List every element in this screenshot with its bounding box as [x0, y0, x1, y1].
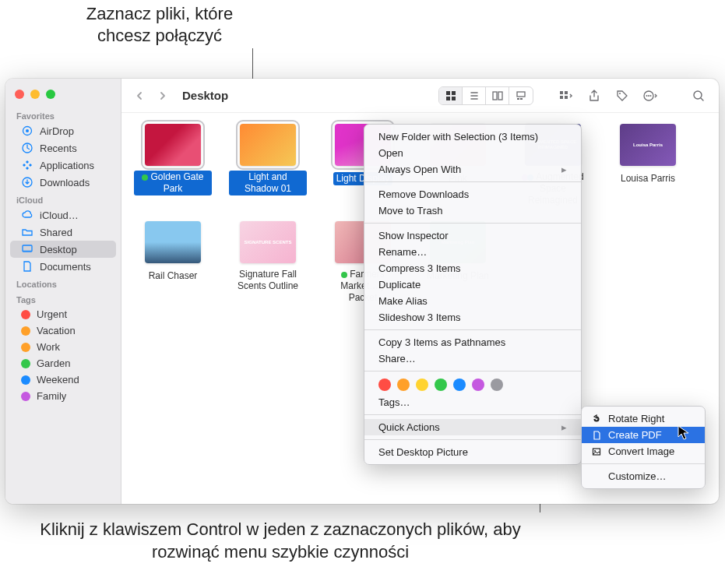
- svg-rect-12: [517, 92, 525, 97]
- ctx-inspector[interactable]: Show Inspector: [364, 227, 581, 244]
- sidebar-item-label: Family: [37, 390, 66, 402]
- doc-icon: [591, 430, 602, 441]
- sidebar-item-label: AirDrop: [40, 125, 74, 137]
- ctx-tag-colors: [364, 375, 581, 394]
- tag-color-swatch[interactable]: [472, 379, 484, 391]
- separator: [364, 414, 581, 415]
- sidebar-tag-work[interactable]: Work: [10, 339, 116, 355]
- annotation-bottom: Kliknij z klawiszem Control w jeden z za…: [39, 519, 522, 563]
- view-list[interactable]: [463, 87, 486, 104]
- file-thumbnail: [240, 124, 296, 166]
- svg-rect-11: [498, 92, 502, 100]
- sidebar-item-downloads[interactable]: Downloads: [10, 174, 116, 191]
- ctx-tags[interactable]: Tags…: [364, 394, 581, 410]
- sidebar-item-desktop[interactable]: Desktop: [10, 241, 116, 258]
- sub-customize[interactable]: Customize…: [582, 468, 705, 484]
- back-button[interactable]: [131, 87, 148, 104]
- quick-actions-submenu: Rotate Right Create PDF Convert Image Cu…: [581, 406, 706, 489]
- ctx-duplicate[interactable]: Duplicate: [364, 276, 581, 293]
- svg-point-19: [619, 93, 621, 94]
- file-thumbnail: [145, 124, 201, 166]
- sidebar-item-label: Work: [37, 341, 60, 353]
- forward-button[interactable]: [154, 87, 171, 104]
- sub-convert-image[interactable]: Convert Image: [582, 443, 705, 459]
- ctx-trash[interactable]: Move to Trash: [364, 202, 581, 219]
- sidebar-tag-vacation[interactable]: Vacation: [10, 322, 116, 339]
- clock-icon: [21, 142, 33, 154]
- sidebar-tag-family[interactable]: Family: [10, 388, 116, 404]
- annotation-top: Zaznacz pliki, które chcesz połączyć: [62, 3, 257, 46]
- file-item[interactable]: Light and Shadow 01: [229, 124, 307, 207]
- tags-button[interactable]: [611, 86, 633, 105]
- file-name: Signature Fall Scents Outline: [229, 268, 307, 293]
- sub-rotate-right[interactable]: Rotate Right: [582, 410, 705, 427]
- tag-color-swatch[interactable]: [453, 379, 466, 391]
- svg-rect-16: [565, 91, 568, 94]
- file-item[interactable]: SIGNATURE SCENTS Signature Fall Scents O…: [229, 221, 307, 305]
- zoom-button[interactable]: [46, 90, 55, 99]
- ctx-slideshow[interactable]: Slideshow 3 Items: [364, 309, 581, 326]
- more-button[interactable]: [639, 86, 661, 105]
- sidebar-item-label: Recents: [40, 143, 77, 154]
- ctx-set-desktop[interactable]: Set Desktop Picture: [364, 444, 581, 460]
- file-thumbnail: [145, 221, 201, 263]
- view-columns[interactable]: [486, 87, 509, 104]
- separator: [364, 223, 581, 224]
- separator: [364, 371, 581, 371]
- ctx-quick-actions[interactable]: Quick Actions▸: [364, 419, 581, 435]
- separator: [364, 329, 581, 330]
- tag-dot: [21, 375, 30, 385]
- sidebar-item-icloud[interactable]: iCloud…: [10, 206, 116, 224]
- share-button[interactable]: [583, 86, 605, 105]
- desktop-icon: [21, 243, 33, 255]
- ctx-open-with[interactable]: Always Open With▸: [364, 161, 581, 178]
- ctx-copy-path[interactable]: Copy 3 Items as Pathnames: [364, 334, 581, 350]
- group-button[interactable]: [555, 86, 577, 105]
- separator: [364, 439, 581, 440]
- sub-item-label: Create PDF: [608, 429, 662, 441]
- ctx-new-folder[interactable]: New Folder with Selection (3 Items): [364, 129, 581, 145]
- svg-rect-15: [560, 91, 563, 94]
- svg-point-1: [26, 129, 29, 132]
- sub-item-label: Convert Image: [608, 445, 674, 457]
- ctx-open[interactable]: Open: [364, 145, 581, 161]
- sub-item-label: Rotate Right: [608, 413, 664, 424]
- file-name: Light and Shadow 01: [229, 171, 307, 195]
- sidebar-item-recents[interactable]: Recents: [10, 139, 116, 157]
- ctx-remove-downloads[interactable]: Remove Downloads: [364, 186, 581, 202]
- tag-color-swatch[interactable]: [435, 379, 447, 391]
- tag-color-swatch[interactable]: [491, 379, 503, 391]
- file-name: Louisa Parris: [618, 172, 678, 185]
- image-icon: [591, 446, 602, 457]
- search-button[interactable]: [688, 86, 709, 105]
- ctx-share[interactable]: Share…: [364, 350, 581, 367]
- file-item[interactable]: Rail Chaser: [134, 221, 212, 305]
- minimize-button[interactable]: [30, 90, 40, 99]
- svg-rect-13: [517, 98, 519, 100]
- view-gallery[interactable]: [509, 87, 533, 104]
- sidebar-item-applications[interactable]: Applications: [10, 157, 116, 174]
- svg-point-23: [650, 95, 652, 97]
- tag-color-swatch[interactable]: [378, 379, 391, 391]
- view-icons[interactable]: [439, 87, 463, 104]
- sidebar-item-shared[interactable]: Shared: [10, 224, 116, 241]
- close-button[interactable]: [15, 90, 24, 99]
- airdrop-icon: [21, 125, 33, 137]
- ctx-compress[interactable]: Compress 3 Items: [364, 260, 581, 276]
- sidebar-item-label: Desktop: [40, 244, 77, 255]
- sidebar-item-documents[interactable]: Documents: [10, 258, 116, 275]
- file-item[interactable]: Louisa Parris Louisa Parris: [609, 124, 687, 207]
- sub-create-pdf[interactable]: Create PDF: [582, 427, 705, 443]
- separator: [582, 463, 705, 464]
- tag-color-swatch[interactable]: [397, 379, 410, 391]
- file-item[interactable]: Golden Gate Park: [134, 124, 212, 207]
- sidebar-tag-weekend[interactable]: Weekend: [10, 371, 116, 388]
- sidebar-item-airdrop[interactable]: AirDrop: [10, 122, 116, 139]
- toolbar: Desktop: [121, 79, 719, 113]
- tag-color-swatch[interactable]: [416, 379, 428, 391]
- ctx-alias[interactable]: Make Alias: [364, 293, 581, 309]
- ctx-rename[interactable]: Rename…: [364, 244, 581, 260]
- svg-point-21: [646, 95, 648, 97]
- sidebar-tag-garden[interactable]: Garden: [10, 355, 116, 371]
- sidebar-tag-urgent[interactable]: Urgent: [10, 306, 116, 322]
